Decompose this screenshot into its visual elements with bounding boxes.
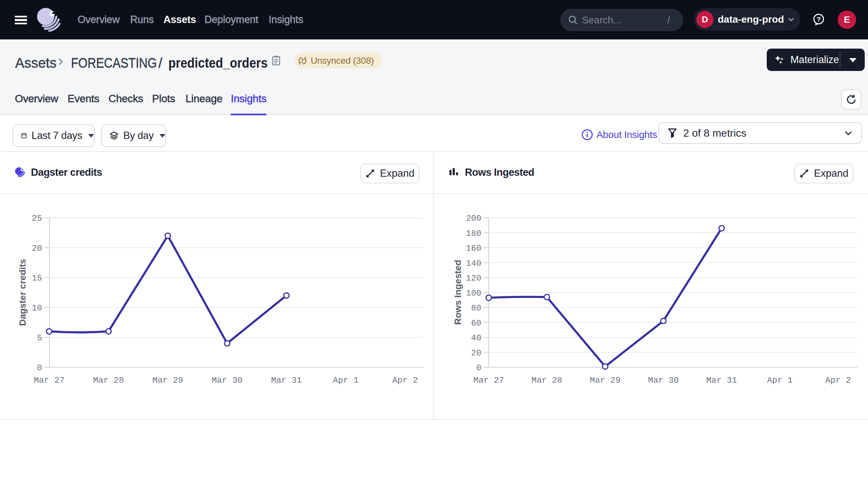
svg-text:Apr 1: Apr 1 bbox=[767, 376, 793, 385]
svg-text:Rows Ingested: Rows Ingested bbox=[453, 260, 463, 325]
svg-text:Mar 28: Mar 28 bbox=[532, 376, 563, 385]
svg-text:Mar 29: Mar 29 bbox=[153, 376, 183, 385]
svg-text:160: 160 bbox=[466, 244, 481, 253]
svg-text:Apr 1: Apr 1 bbox=[333, 376, 359, 385]
svg-text:15: 15 bbox=[32, 273, 42, 283]
svg-text:200: 200 bbox=[466, 213, 481, 223]
svg-text:Apr 2: Apr 2 bbox=[825, 376, 851, 385]
svg-text:0: 0 bbox=[37, 363, 42, 373]
svg-text:0: 0 bbox=[476, 363, 481, 373]
svg-text:Mar 27: Mar 27 bbox=[473, 376, 505, 385]
svg-text:60: 60 bbox=[471, 318, 481, 328]
svg-text:20: 20 bbox=[471, 348, 481, 358]
svg-text:Apr 2: Apr 2 bbox=[392, 376, 418, 385]
svg-text:Mar 28: Mar 28 bbox=[93, 376, 124, 385]
svg-text:Dagster credits: Dagster credits bbox=[17, 259, 28, 326]
svg-text:140: 140 bbox=[466, 259, 481, 268]
svg-text:25: 25 bbox=[32, 213, 42, 223]
svg-text:Mar 31: Mar 31 bbox=[271, 376, 302, 385]
svg-text:Mar 29: Mar 29 bbox=[590, 376, 621, 385]
svg-text:120: 120 bbox=[466, 273, 481, 283]
svg-text:Mar 30: Mar 30 bbox=[648, 376, 679, 385]
svg-text:20: 20 bbox=[32, 244, 42, 253]
svg-text:180: 180 bbox=[466, 228, 481, 238]
svg-text:40: 40 bbox=[471, 333, 481, 343]
svg-text:10: 10 bbox=[32, 303, 42, 313]
svg-text:5: 5 bbox=[37, 333, 42, 343]
svg-text:Mar 31: Mar 31 bbox=[706, 376, 737, 385]
svg-text:?: ? bbox=[817, 15, 821, 23]
svg-text:100: 100 bbox=[466, 288, 481, 298]
svg-text:Mar 30: Mar 30 bbox=[212, 376, 243, 385]
svg-text:80: 80 bbox=[471, 303, 481, 313]
svg-text:Mar 27: Mar 27 bbox=[34, 376, 65, 385]
